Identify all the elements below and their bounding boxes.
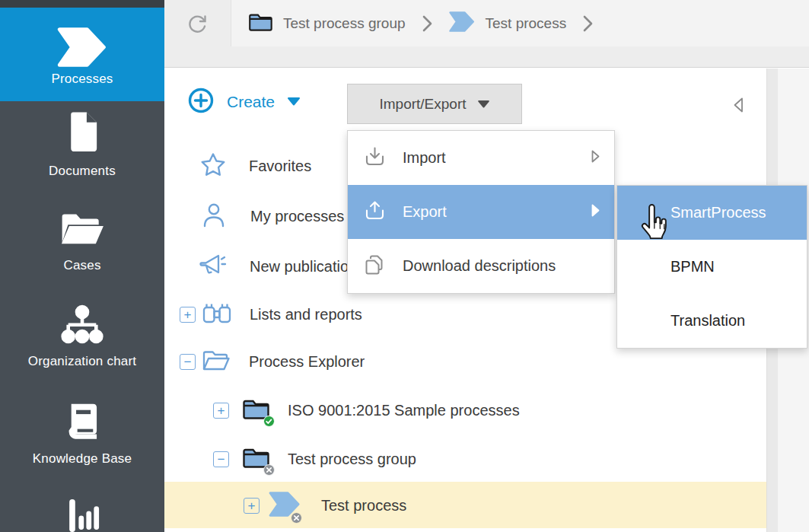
binoculars-icon — [202, 301, 232, 328]
folder-icon — [242, 397, 269, 423]
create-button[interactable]: Create — [187, 87, 301, 117]
tree-item-favorites[interactable]: Favorites — [200, 148, 311, 183]
star-icon — [200, 152, 226, 180]
sidebar-item-organization-chart[interactable]: Organization chart — [0, 304, 164, 377]
document-icon — [0, 111, 164, 157]
submenu-item-label: Translation — [670, 312, 745, 330]
breadcrumb-item-test-process[interactable]: Test process — [449, 11, 567, 35]
tree-item-process-explorer[interactable]: Process Explorer — [180, 344, 365, 379]
sidebar-item-label: Organization chart — [0, 354, 164, 369]
menu-item-label: Import — [403, 149, 591, 167]
tree-item-label: ISO 9001:2015 Sample processes — [288, 402, 520, 419]
sidebar-item-label: Cases — [0, 258, 164, 273]
chevron-right-icon — [422, 15, 432, 32]
collapse-panel-icon[interactable] — [731, 96, 745, 114]
book-icon — [0, 400, 164, 444]
tree-item-iso-sample-processes[interactable]: ISO 9001:2015 Sample processes — [213, 393, 520, 428]
status-x-badge — [263, 464, 275, 476]
breadcrumb-label: Test process — [486, 15, 567, 32]
export-submenu: SmartProcess BPMN Translation — [616, 185, 807, 349]
bar-chart-icon — [0, 497, 164, 532]
open-folder-icon — [202, 349, 231, 375]
sidebar-item-documents[interactable]: Documents — [0, 111, 164, 184]
sidebar-item-label: Processes — [0, 72, 164, 87]
expand-toggle-icon[interactable] — [244, 498, 260, 514]
menu-item-label: Export — [403, 203, 591, 221]
tree-item-my-processes[interactable]: My processes — [202, 199, 344, 234]
submenu-item-bpmn[interactable]: BPMN — [617, 240, 807, 294]
chevron-right-icon — [583, 15, 593, 32]
submenu-arrow-icon — [591, 149, 600, 167]
sidebar-item-label: Knowledge Base — [0, 451, 164, 467]
submenu-item-label: SmartProcess — [670, 204, 766, 221]
tree-item-lists-and-reports[interactable]: Lists and reports — [180, 297, 362, 332]
sidebar-item-knowledge-base[interactable]: Knowledge Base — [0, 400, 164, 473]
topbar: Test process group Test process — [164, 0, 809, 68]
breadcrumb-label: Test process group — [283, 15, 406, 32]
sidebar-top-strip — [0, 0, 164, 8]
tree-item-new-publications[interactable]: New publications — [199, 249, 365, 284]
tree-item-label: My processes — [250, 208, 344, 225]
org-chart-icon — [0, 304, 164, 347]
submenu-item-label: BPMN — [670, 258, 715, 276]
submenu-item-smartprocess[interactable]: SmartProcess — [617, 186, 807, 240]
plus-circle-icon — [187, 87, 215, 117]
tree-item-label: Favorites — [249, 158, 311, 175]
process-arrow-icon — [0, 8, 164, 70]
cases-folder-icon — [0, 209, 164, 251]
tree-item-label: Lists and reports — [250, 306, 362, 323]
status-x-badge — [291, 512, 302, 524]
refresh-icon[interactable] — [185, 11, 209, 36]
expand-toggle-icon[interactable] — [213, 451, 229, 467]
tree-item-test-process[interactable]: Test process — [244, 488, 406, 523]
folder-icon — [242, 446, 269, 472]
expand-toggle-icon[interactable] — [213, 403, 229, 419]
sidebar-item-cases[interactable]: Cases — [0, 209, 164, 282]
upload-icon — [365, 200, 386, 224]
tree-item-label: Process Explorer — [249, 353, 365, 371]
process-icon — [449, 11, 475, 35]
sidebar-item-processes[interactable]: Processes — [0, 8, 164, 101]
chevron-down-icon — [477, 97, 490, 111]
sidebar-item-reports[interactable] — [0, 497, 164, 532]
breadcrumb: Test process group Test process — [231, 0, 809, 46]
create-button-label: Create — [227, 93, 275, 111]
megaphone-icon — [199, 253, 227, 281]
import-export-button[interactable]: Import/Export — [347, 84, 522, 124]
app-window: Processes Documents Cases Organization c… — [0, 0, 809, 532]
status-check-badge — [263, 416, 275, 427]
expand-toggle-icon[interactable] — [180, 354, 196, 370]
submenu-arrow-icon — [591, 203, 600, 221]
download-icon — [365, 146, 386, 170]
process-icon — [269, 492, 301, 520]
tree-item-test-process-group[interactable]: Test process group — [213, 441, 416, 476]
menu-item-label: Download descriptions — [403, 257, 600, 275]
menu-item-export[interactable]: Export — [348, 185, 614, 239]
copy-icon — [365, 254, 386, 279]
submenu-item-translation[interactable]: Translation — [617, 294, 807, 348]
expand-toggle-icon[interactable] — [180, 307, 196, 323]
user-icon — [202, 202, 225, 231]
sidebar-item-label: Documents — [0, 164, 164, 179]
folder-icon — [248, 11, 272, 35]
sidebar: Processes Documents Cases Organization c… — [0, 0, 164, 532]
chevron-down-icon — [287, 95, 301, 109]
menu-item-download-descriptions[interactable]: Download descriptions — [348, 239, 614, 293]
tree-item-label: Test process — [321, 497, 406, 514]
import-export-button-label: Import/Export — [379, 96, 466, 113]
menu-item-import[interactable]: Import — [348, 131, 614, 185]
import-export-menu: Import Export Download descriptions — [347, 130, 615, 294]
breadcrumb-item-test-process-group[interactable]: Test process group — [248, 11, 406, 35]
tree-item-label: Test process group — [288, 451, 416, 468]
